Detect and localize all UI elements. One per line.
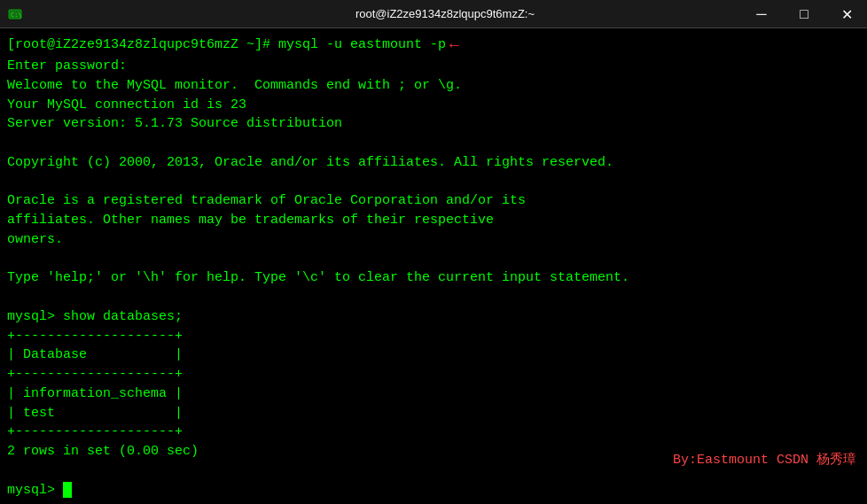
maximize-button[interactable]: □ <box>784 0 824 28</box>
command-line: [root@iZ2ze9134z8zlqupc9t6mzZ ~]# mysql … <box>7 34 860 57</box>
terminal-line <box>7 134 860 153</box>
mysql-prompt: mysql> <box>7 481 63 500</box>
terminal-line: Your MySQL connection id is 23 <box>7 96 860 115</box>
terminal-body[interactable]: [root@iZ2ze9134z8zlqupc9t6mzZ ~]# mysql … <box>0 28 867 504</box>
cursor <box>63 482 72 498</box>
terminal-line: Welcome to the MySQL monitor. Commands e… <box>7 76 860 96</box>
terminal-line: | information_schema | <box>7 384 860 404</box>
title-bar: C:\ root@iZ2ze9134z8zlqupc9t6mzZ:~ ─ □ ✕ <box>0 0 867 28</box>
terminal-line: | Database | <box>7 345 860 365</box>
terminal-line <box>7 288 860 307</box>
terminal-line: Copyright (c) 2000, 2013, Oracle and/or … <box>7 153 860 173</box>
minimize-button[interactable]: ─ <box>741 0 782 28</box>
terminal-line: Server version: 5.1.73 Source distributi… <box>7 114 860 134</box>
terminal-line: | test | <box>7 404 860 423</box>
watermark-text: By:Eastmount CSDN 杨秀璋 <box>673 451 856 470</box>
terminal-line <box>7 173 860 192</box>
window-title: root@iZ2ze9134z8zlqupc9t6mzZ:~ <box>30 7 860 20</box>
terminal-line: +--------------------+ <box>7 327 860 346</box>
close-button[interactable]: ✕ <box>826 0 867 28</box>
terminal-line: +--------------------+ <box>7 423 860 442</box>
window-icon: C:\ <box>7 6 23 22</box>
terminal-line: owners. <box>7 230 860 250</box>
terminal-line: Oracle is a registered trademark of Orac… <box>7 191 860 211</box>
svg-text:C:\: C:\ <box>11 12 22 19</box>
arrow-icon: ← <box>449 34 459 57</box>
terminal-line <box>7 250 860 269</box>
terminal-line: Type 'help;' or '\h' for help. Type '\c'… <box>7 268 860 288</box>
terminal-line: affiliates. Other names may be trademark… <box>7 211 860 230</box>
window: C:\ root@iZ2ze9134z8zlqupc9t6mzZ:~ ─ □ ✕… <box>0 0 867 504</box>
prompt-text: [root@iZ2ze9134z8zlqupc9t6mzZ ~]# mysql … <box>7 35 446 55</box>
terminal-line: Enter password: <box>7 57 860 76</box>
active-prompt-line[interactable]: mysql> <box>7 481 860 500</box>
terminal-line: mysql> show databases; <box>7 307 860 327</box>
window-controls: ─ □ ✕ <box>741 0 867 28</box>
terminal-line: +--------------------+ <box>7 365 860 384</box>
